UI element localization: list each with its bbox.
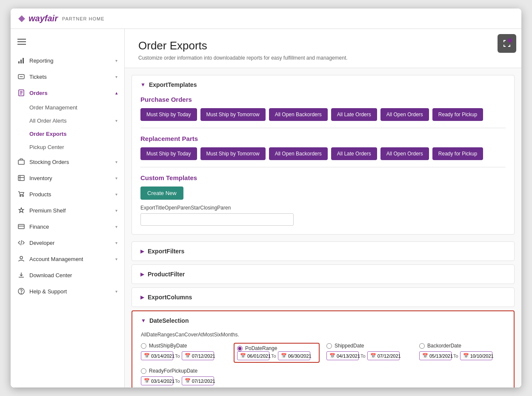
sidebar-sub-order-management[interactable]: Order Management — [29, 101, 124, 114]
backorder-to-input[interactable]: 📅 10/10/2021 — [460, 351, 492, 360]
page-title: Order Exports — [138, 39, 508, 52]
product-filter-title: ProductFilter — [148, 271, 185, 278]
svg-rect-2 — [17, 39, 26, 40]
sidebar-item-download-center[interactable]: Download Center — [11, 267, 124, 283]
sidebar-item-finance[interactable]: Finance ▾ — [11, 218, 124, 235]
must-ship-by-date-radio[interactable] — [141, 343, 146, 349]
sidebar-sub-order-exports[interactable]: Order Exports — [29, 127, 124, 141]
to-text-3: To — [360, 353, 366, 359]
sidebar-reporting-label: Reporting — [29, 57, 53, 64]
rp-btn-must-ship-today[interactable]: Must Ship by Today — [140, 147, 197, 160]
sidebar-sub-all-order-alerts[interactable]: All Order Alerts ▾ — [29, 114, 124, 127]
all-order-alerts-chevron: ▾ — [115, 118, 117, 123]
cal-icon-2: 📅 — [185, 353, 191, 359]
po-date-range-label: PoDateRange — [245, 345, 277, 351]
to-text-1: To — [175, 353, 180, 359]
product-filter-arrow: ▶ — [140, 271, 144, 277]
rp-btn-must-ship-tomorrow[interactable]: Must Ship by Tomorrow — [200, 147, 266, 160]
backorder-date-range: 📅 05/13/2021 To 📅 10/10/2021 — [419, 351, 505, 360]
sidebar-inventory-label: Inventory — [29, 175, 52, 181]
sidebar-item-tickets[interactable]: Tickets ▾ — [11, 69, 124, 85]
po-btn-all-open-backorders[interactable]: All Open Backorders — [269, 108, 328, 121]
topbar: wayfair PARTNER HOME — [11, 9, 521, 29]
cal-icon-8: 📅 — [463, 353, 469, 359]
shipped-to-input[interactable]: 📅 07/12/2021 — [367, 351, 400, 360]
ready-for-pickup-row: ReadyForPickupDate 📅 03/14/2021 To 📅 — [141, 368, 505, 385]
export-title-input[interactable] — [140, 213, 294, 226]
expand-button[interactable] — [498, 34, 516, 53]
product-filter-header[interactable]: ▶ ProductFilter — [132, 265, 514, 284]
export-columns-section: ▶ ExportColumns — [132, 287, 515, 307]
po-btn-all-late-orders[interactable]: All Late Orders — [331, 108, 377, 121]
finance-chevron: ▾ — [115, 224, 117, 229]
po-btn-ready-for-pickup[interactable]: Ready for Pickup — [432, 108, 483, 121]
inventory-chevron: ▾ — [115, 176, 117, 181]
po-date-range-range: 📅 06/01/2021 To 📅 06/30/2021 — [237, 351, 316, 360]
app-window: wayfair PARTNER HOME Reporting ▾ — [11, 9, 521, 387]
sidebar-developer-label: Developer — [29, 240, 54, 246]
rp-btn-ready-for-pickup[interactable]: Ready for Pickup — [432, 147, 483, 160]
empty-spacer — [237, 368, 505, 385]
rfp-to-input[interactable]: 📅 07/12/2021 — [182, 376, 214, 385]
sidebar-help-label: Help & Support — [29, 288, 67, 295]
sidebar: Reporting ▾ Tickets ▾ Orders ▴ — [11, 29, 125, 387]
svg-rect-6 — [20, 60, 22, 63]
shipped-from-input[interactable]: 📅 04/13/2021 — [326, 351, 359, 360]
must-ship-by-from-input[interactable]: 📅 03/14/2021 — [141, 351, 173, 360]
export-filters-title: ExportFilters — [148, 248, 184, 255]
sidebar-item-reporting[interactable]: Reporting ▾ — [11, 52, 124, 69]
po-btn-must-ship-tomorrow[interactable]: Must Ship by Tomorrow — [200, 108, 266, 121]
export-columns-arrow: ▶ — [140, 294, 144, 300]
export-filters-header[interactable]: ▶ ExportFilters — [132, 242, 514, 261]
backorder-date-radio-row: BackorderDate — [419, 343, 505, 349]
ready-for-pickup-radio[interactable] — [141, 368, 146, 374]
svg-rect-3 — [17, 41, 26, 42]
sidebar-item-account-management[interactable]: Account Management ▾ — [11, 251, 124, 267]
page-header: Order Exports Customize order informatio… — [125, 29, 521, 68]
rp-btn-all-late-orders[interactable]: All Late Orders — [331, 147, 377, 160]
rp-btn-all-open-orders[interactable]: All Open Orders — [380, 147, 429, 160]
ready-for-pickup-option: ReadyForPickupDate 📅 03/14/2021 To 📅 — [141, 368, 230, 385]
backorder-date-radio[interactable] — [419, 343, 425, 349]
backorder-from-input[interactable]: 📅 05/13/2021 — [419, 351, 452, 360]
must-ship-by-to-input[interactable]: 📅 07/12/2021 — [182, 351, 214, 360]
sidebar-tickets-label: Tickets — [29, 74, 47, 80]
po-btn-all-open-orders[interactable]: All Open Orders — [380, 108, 429, 121]
po-from-input[interactable]: 📅 06/01/2021 — [237, 351, 269, 360]
sidebar-item-help-support[interactable]: Help & Support ▾ — [11, 283, 124, 299]
sidebar-item-stocking-orders[interactable]: Stocking Orders ▾ — [11, 154, 124, 170]
rp-btn-all-open-backorders[interactable]: All Open Backorders — [269, 147, 328, 160]
reporting-chevron: ▾ — [115, 58, 117, 63]
sidebar-sub-pickup-center[interactable]: Pickup Center — [29, 141, 124, 154]
export-columns-title: ExportColumns — [148, 294, 192, 301]
export-columns-header[interactable]: ▶ ExportColumns — [132, 288, 514, 307]
stocking-orders-icon — [17, 158, 25, 166]
sidebar-item-inventory[interactable]: Inventory ▾ — [11, 170, 124, 186]
export-templates-header[interactable]: ▼ ExportTemplates — [132, 75, 514, 94]
po-btn-must-ship-today[interactable]: Must Ship by Today — [140, 108, 197, 121]
replacement-parts-buttons: Must Ship by Today Must Ship by Tomorrow… — [140, 147, 506, 160]
orders-icon — [17, 89, 25, 97]
sidebar-item-developer[interactable]: Developer ▾ — [11, 235, 124, 251]
to-text-4: To — [453, 353, 458, 359]
export-filters-section: ▶ ExportFilters — [132, 241, 515, 261]
ready-for-pickup-label: ReadyForPickupDate — [149, 368, 197, 374]
must-ship-by-date-range: 📅 03/14/2021 To 📅 07/12/2021 — [141, 351, 227, 360]
export-templates-body: Purchase Orders Must Ship by Today Must … — [132, 96, 514, 234]
export-title-label: ExportTitleOpenParenStarClosingParen — [140, 205, 506, 211]
sidebar-item-products[interactable]: Products ▾ — [11, 186, 124, 202]
date-selection-header[interactable]: ▼ DateSelection — [132, 311, 514, 330]
create-new-button[interactable]: Create New — [140, 187, 183, 200]
rfp-from-input[interactable]: 📅 03/14/2021 — [141, 376, 173, 385]
po-date-range-radio[interactable] — [237, 346, 243, 351]
date-selection-arrow: ▼ — [141, 318, 146, 324]
hamburger-button[interactable] — [11, 32, 124, 52]
sidebar-item-orders[interactable]: Orders ▴ — [11, 85, 124, 101]
shipped-date-radio[interactable] — [326, 343, 332, 349]
po-to-input[interactable]: 📅 06/30/2021 — [278, 351, 310, 360]
must-ship-by-date-option: MustShipByDate 📅 03/14/2021 To 📅 — [141, 343, 227, 363]
wayfair-diamond-icon — [17, 14, 26, 23]
replacement-parts-title: Replacement Parts — [140, 135, 506, 142]
ready-for-pickup-radio-row: ReadyForPickupDate — [141, 368, 230, 374]
sidebar-item-premium-shelf[interactable]: Premium Shelf ▾ — [11, 202, 124, 218]
